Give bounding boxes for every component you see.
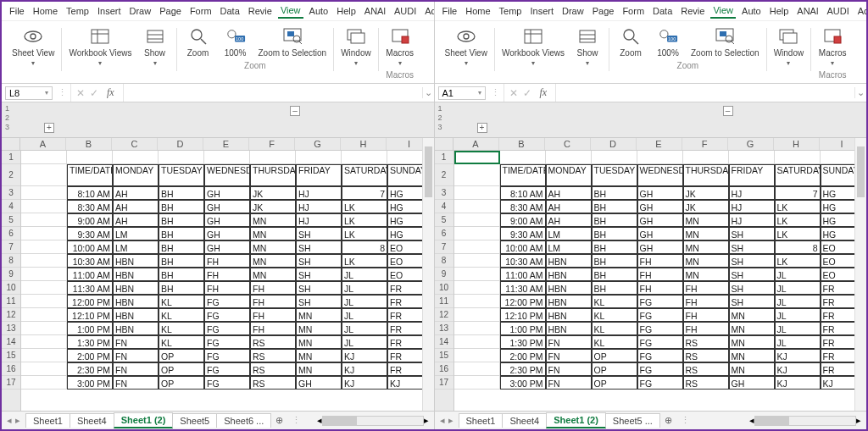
cell[interactable]: FN [546, 376, 592, 390]
cell[interactable]: FN [546, 335, 592, 349]
window-button[interactable]: Window▾ [772, 25, 806, 69]
cell[interactable]: KL [592, 335, 637, 349]
cell[interactable]: LM [113, 240, 159, 254]
cell[interactable] [21, 362, 67, 376]
menu-acrol[interactable]: Acrol [855, 4, 866, 18]
row-header[interactable]: 15 [435, 349, 453, 362]
cell[interactable]: FG [637, 295, 683, 308]
cell-header[interactable] [454, 164, 500, 186]
cell[interactable]: FG [204, 349, 250, 362]
row-header[interactable]: 7 [435, 240, 453, 254]
cell[interactable] [454, 281, 500, 295]
cell[interactable]: BH [592, 200, 637, 213]
workbook-views-button[interactable]: Workbook Views▾ [500, 25, 566, 69]
cell[interactable]: AH [113, 200, 159, 213]
cell[interactable]: HJ [296, 200, 342, 213]
cell-header[interactable]: FRIDAY [296, 164, 342, 186]
cell[interactable]: HBN [113, 308, 159, 322]
cancel-icon[interactable]: ✕ [509, 87, 518, 99]
menu-file[interactable]: File [7, 4, 27, 18]
cell[interactable] [454, 186, 500, 200]
cell[interactable]: 1:30 PM [67, 335, 113, 349]
horizontal-scrollbar[interactable] [754, 416, 856, 426]
cell[interactable]: JK [683, 200, 729, 213]
cell[interactable]: HBN [113, 254, 159, 268]
cell[interactable]: RS [250, 349, 296, 362]
menu-help[interactable]: Help [767, 4, 792, 18]
cell[interactable]: SH [296, 295, 342, 308]
cell[interactable] [21, 295, 67, 308]
menu-file[interactable]: File [440, 4, 460, 18]
cell-header[interactable]: THURSDAY [683, 164, 729, 186]
row-header[interactable]: 1 [2, 151, 20, 164]
cell[interactable]: MN [296, 308, 342, 322]
cell[interactable]: FG [204, 322, 250, 335]
menu-view[interactable]: View [710, 3, 736, 19]
sheet-tab[interactable]: Sheet1 [25, 413, 70, 428]
macros-button[interactable]: Macros▾ [816, 25, 849, 69]
cell[interactable] [21, 254, 67, 268]
col-C[interactable]: C [112, 138, 158, 150]
cell[interactable]: KJ [342, 376, 387, 390]
cell-header[interactable]: THURSDAY [250, 164, 296, 186]
cancel-icon[interactable]: ✕ [76, 87, 85, 99]
menu-draw[interactable]: Draw [559, 4, 587, 18]
cell[interactable]: 3:00 PM [500, 376, 546, 390]
cell[interactable]: 10:30 AM [67, 254, 113, 268]
row-header[interactable]: 1 [435, 151, 453, 164]
cell[interactable]: AH [546, 186, 592, 200]
cell[interactable]: MN [683, 268, 729, 281]
cell[interactable]: 8:10 AM [500, 186, 546, 200]
cell[interactable] [454, 308, 500, 322]
cell[interactable]: MN [250, 213, 296, 227]
cell[interactable]: LK [342, 227, 387, 240]
menu-anal[interactable]: ANAl [362, 4, 388, 18]
menu-data[interactable]: Data [650, 4, 675, 18]
cell[interactable]: 3:00 PM [67, 376, 113, 390]
cell[interactable]: RS [250, 362, 296, 376]
cell[interactable]: BH [159, 281, 204, 295]
cell[interactable]: FN [113, 335, 159, 349]
cell[interactable]: KJ [775, 362, 821, 376]
cell[interactable]: GH [637, 227, 683, 240]
cell[interactable] [21, 213, 67, 227]
tab-nav-next[interactable]: ▸ [448, 415, 453, 426]
cell[interactable]: RS [683, 349, 729, 362]
cell[interactable]: MN [296, 335, 342, 349]
cell[interactable]: 1:00 PM [500, 322, 546, 335]
cell[interactable] [21, 281, 67, 295]
cell[interactable]: 1:00 PM [67, 322, 113, 335]
cell[interactable]: BH [159, 213, 204, 227]
zoom-button[interactable]: Zoom [182, 25, 214, 59]
cell[interactable]: FN [113, 362, 159, 376]
cell[interactable]: HBN [546, 254, 592, 268]
cell[interactable]: HBN [113, 322, 159, 335]
cell[interactable]: BH [592, 213, 637, 227]
cell[interactable]: 9:30 AM [500, 227, 546, 240]
cell[interactable]: SH [729, 281, 775, 295]
cell[interactable]: SH [729, 295, 775, 308]
select-all-corner[interactable] [2, 138, 20, 150]
cell[interactable]: FN [546, 349, 592, 362]
cell-header[interactable]: TIME/DATE [67, 164, 113, 186]
cell-header[interactable]: SATURDAY [342, 164, 387, 186]
menu-page[interactable]: Page [157, 4, 184, 18]
cell[interactable]: MN [250, 240, 296, 254]
menu-data[interactable]: Data [218, 4, 242, 18]
cell[interactable]: MN [683, 240, 729, 254]
cell[interactable]: OP [159, 349, 204, 362]
cell[interactable]: KL [159, 335, 204, 349]
cell[interactable]: MN [250, 227, 296, 240]
cell[interactable] [21, 227, 67, 240]
cell[interactable]: BH [592, 281, 637, 295]
cell[interactable]: RS [250, 335, 296, 349]
cell[interactable]: BH [159, 268, 204, 281]
cell-header[interactable]: FRIDAY [729, 164, 775, 186]
cell[interactable]: FN [113, 376, 159, 390]
cell[interactable]: RS [683, 335, 729, 349]
cell[interactable]: FG [637, 322, 683, 335]
cell[interactable]: FH [204, 268, 250, 281]
cell[interactable]: MN [729, 322, 775, 335]
cell[interactable]: LM [546, 227, 592, 240]
row-header[interactable]: 8 [435, 254, 453, 268]
